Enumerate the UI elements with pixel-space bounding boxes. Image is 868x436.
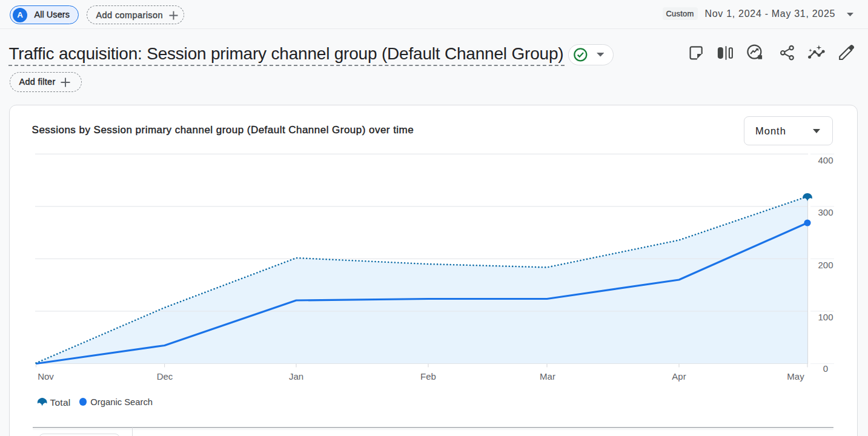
- svg-text:Feb: Feb: [420, 371, 436, 382]
- svg-text:Mar: Mar: [540, 371, 555, 382]
- svg-text:Jan: Jan: [289, 371, 303, 382]
- svg-text:Apr: Apr: [672, 371, 686, 382]
- svg-text:100: 100: [818, 312, 833, 322]
- svg-text:0: 0: [823, 363, 828, 374]
- svg-text:200: 200: [818, 260, 833, 270]
- svg-text:400: 400: [818, 155, 833, 165]
- svg-text:300: 300: [818, 207, 833, 217]
- svg-text:Nov: Nov: [38, 371, 54, 382]
- svg-text:May: May: [787, 371, 804, 382]
- svg-text:Dec: Dec: [157, 371, 173, 382]
